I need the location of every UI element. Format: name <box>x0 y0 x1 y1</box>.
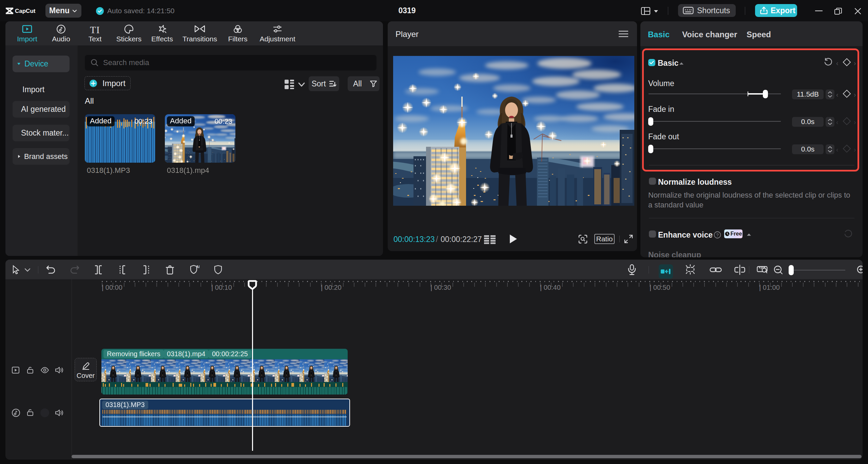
svg-text:AI: AI <box>196 265 199 269</box>
svg-text:CapCut: CapCut <box>15 8 36 14</box>
svg-text:?: ? <box>716 233 718 238</box>
